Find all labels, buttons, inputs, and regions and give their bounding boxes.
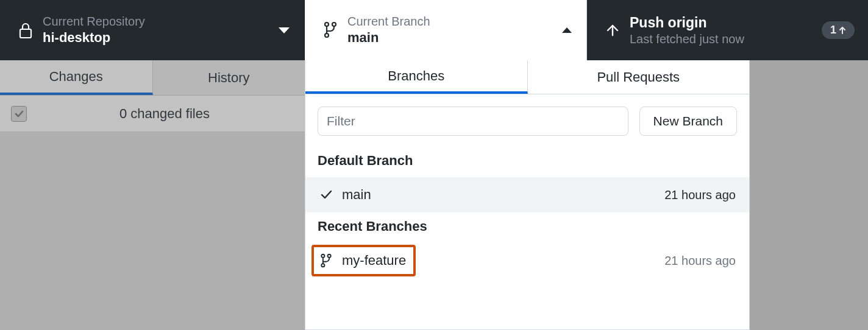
svg-point-5: [328, 255, 331, 258]
push-count-badge: 1: [822, 21, 855, 39]
svg-point-4: [321, 255, 324, 258]
svg-point-2: [332, 23, 336, 26]
branch-name: main: [347, 30, 562, 46]
svg-point-6: [321, 264, 324, 267]
svg-point-1: [325, 23, 329, 26]
branch-time: 21 hours ago: [664, 188, 736, 202]
svg-point-3: [325, 33, 329, 37]
changed-files-row: 0 changed files: [0, 96, 305, 132]
select-all-checkbox[interactable]: [11, 106, 27, 122]
svg-rect-0: [20, 29, 31, 38]
left-panel: Changes History 0 changed files: [0, 60, 305, 330]
changed-files-text: 0 changed files: [35, 106, 294, 122]
check-icon: [319, 188, 333, 202]
branch-label: Current Branch: [347, 15, 562, 29]
dropdown-tab-pull-requests[interactable]: Pull Requests: [528, 60, 750, 94]
branch-name-label: main: [342, 187, 371, 203]
dropdown-tab-branches[interactable]: Branches: [305, 60, 528, 94]
repo-name: hi-desktop: [43, 30, 279, 46]
push-origin-button[interactable]: Push origin Last fetched just now 1: [587, 0, 868, 60]
repo-label: Current Repository: [43, 15, 279, 29]
branch-row-my-feature[interactable]: my-feature 21 hours ago: [305, 243, 749, 278]
lock-icon: [12, 22, 39, 39]
branch-filter-input[interactable]: [318, 107, 628, 136]
chevron-down-icon: [279, 27, 290, 33]
tab-changes[interactable]: Changes: [0, 60, 153, 95]
push-subtitle: Last fetched just now: [630, 32, 822, 46]
git-branch-icon: [317, 21, 344, 38]
branch-row-main[interactable]: main 21 hours ago: [305, 177, 749, 212]
tab-history[interactable]: History: [153, 60, 305, 95]
git-branch-icon: [319, 253, 333, 268]
branch-time: 21 hours ago: [664, 254, 736, 268]
repo-selector[interactable]: Current Repository hi-desktop: [0, 0, 305, 60]
push-title: Push origin: [630, 15, 822, 31]
recent-branches-header: Recent Branches: [305, 212, 749, 243]
upload-icon: [599, 22, 626, 39]
default-branch-header: Default Branch: [305, 147, 749, 177]
backdrop: [750, 60, 868, 330]
branch-name-label: my-feature: [342, 253, 406, 269]
chevron-up-icon: [562, 27, 572, 33]
branch-dropdown: Branches Pull Requests New Branch Defaul…: [305, 60, 750, 330]
new-branch-button[interactable]: New Branch: [639, 107, 737, 136]
branch-selector[interactable]: Current Branch main: [305, 0, 587, 60]
